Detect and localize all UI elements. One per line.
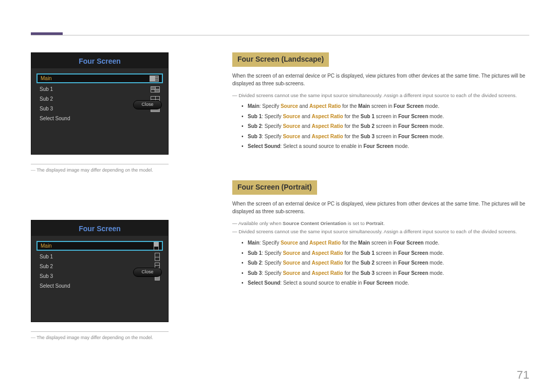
bullet-list-portrait: Main: Specify Source and Aspect Ratio fo… <box>242 239 530 287</box>
bullet-main: Main: Specify Source and Aspect Ratio fo… <box>242 102 530 110</box>
left-block-portrait: Four Screen Main Sub 1 Sub 2 Sub 3 <box>31 220 175 340</box>
osd-title: Four Screen <box>31 220 168 236</box>
osd-body: Main Sub 1 Sub 2 Sub 3 Select Sound <box>31 236 168 291</box>
osd-label: Main <box>41 76 150 81</box>
osd-label: Select Sound <box>40 116 160 121</box>
osd-menu-landscape: Four Screen Main Sub 1 Sub 2 Sub 3 Selec… <box>31 52 169 155</box>
caption-separator <box>31 331 169 332</box>
osd-label: Sub 1 <box>40 86 151 92</box>
bullet-sub2: Sub 2: Specify Source and Aspect Ratio f… <box>242 259 530 267</box>
note-divided-screens: Divided screens cannot use the same inpu… <box>232 92 530 100</box>
heading-portrait: Four Screen (Portrait) <box>232 180 317 195</box>
heading-landscape: Four Screen (Landscape) <box>232 52 329 67</box>
page-number: 71 <box>517 368 529 382</box>
bullet-sub2: Sub 2: Specify Source and Aspect Ratio f… <box>242 122 530 130</box>
osd-label: Main <box>41 243 154 249</box>
intro-portrait: When the screen of an external device or… <box>232 200 530 216</box>
osd-row-sub1[interactable]: Sub 1 <box>36 84 163 94</box>
osd-row-selectsound[interactable]: Select Sound <box>36 281 163 291</box>
left-column: Four Screen Main Sub 1 Sub 2 Sub 3 Selec… <box>31 52 175 340</box>
intro-landscape: When the screen of an external device or… <box>232 72 530 88</box>
layout-sub1-icon <box>155 253 160 261</box>
osd-row-main[interactable]: Main <box>36 241 163 251</box>
header-rule <box>31 35 529 35</box>
osd-row-selectsound[interactable]: Select Sound <box>36 114 163 123</box>
bullet-sub3: Sub 3: Specify Source and Aspect Ratio f… <box>242 269 530 277</box>
layout-main-icon <box>150 76 159 82</box>
bullet-selectsound: Select Sound: Select a sound source to e… <box>242 279 530 287</box>
bullet-sub3: Sub 3: Specify Source and Aspect Ratio f… <box>242 133 530 141</box>
layout-sound-icon <box>155 282 160 290</box>
osd-row-sub1[interactable]: Sub 1 <box>36 252 163 262</box>
osd-menu-portrait: Four Screen Main Sub 1 Sub 2 Sub 3 <box>31 220 169 322</box>
section-portrait: Four Screen (Portrait) When the screen o… <box>232 180 530 287</box>
close-button[interactable]: Close <box>133 100 162 109</box>
image-disclaimer: The displayed image may differ depending… <box>31 167 175 173</box>
bullet-main: Main: Specify Source and Aspect Ratio fo… <box>242 239 530 247</box>
layout-main-icon <box>154 242 159 250</box>
bullet-selectsound: Select Sound: Select a sound source to e… <box>242 142 530 151</box>
osd-title: Four Screen <box>31 53 168 68</box>
right-column: Four Screen (Landscape) When the screen … <box>232 52 530 289</box>
osd-label: Sub 2 <box>40 96 151 102</box>
caption-separator <box>31 164 169 164</box>
bullet-list-landscape: Main: Specify Source and Aspect Ratio fo… <box>242 102 530 151</box>
bullet-sub1: Sub 1: Specify Source and Aspect Ratio f… <box>242 249 530 257</box>
osd-row-main[interactable]: Main <box>36 73 163 83</box>
note-divided-screens: Divided screens cannot use the same inpu… <box>232 228 530 236</box>
osd-label: Sub 1 <box>40 254 155 259</box>
bullet-sub1: Sub 1: Specify Source and Aspect Ratio f… <box>242 113 530 121</box>
close-button[interactable]: Close <box>133 268 162 277</box>
image-disclaimer: The displayed image may differ depending… <box>31 335 175 340</box>
note-orientation: Available only when Source Content Orien… <box>232 220 530 228</box>
osd-body: Main Sub 1 Sub 2 Sub 3 Select Sound <box>31 68 168 123</box>
osd-label: Select Sound <box>40 283 155 289</box>
layout-sub1-icon <box>151 86 160 92</box>
